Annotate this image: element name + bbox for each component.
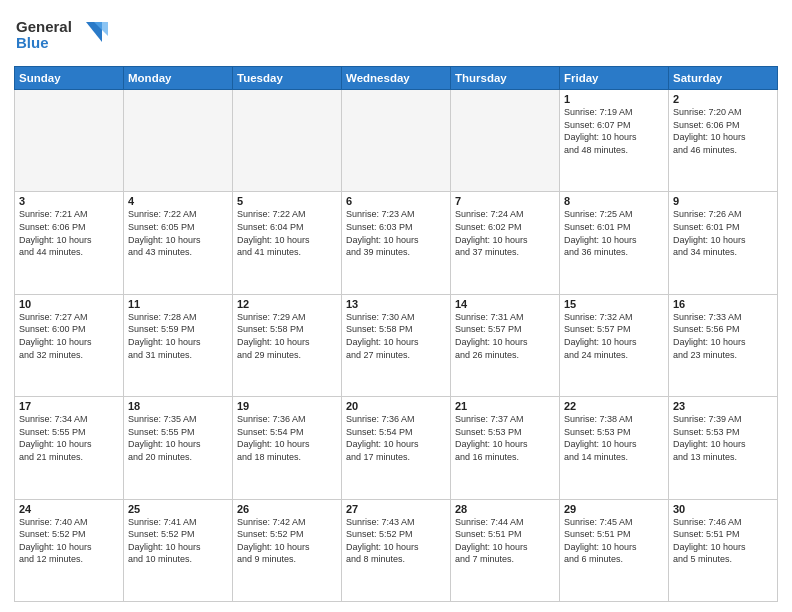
day-info: Sunrise: 7:31 AM Sunset: 5:57 PM Dayligh… — [455, 311, 555, 361]
day-number: 16 — [673, 298, 773, 310]
day-number: 2 — [673, 93, 773, 105]
day-info: Sunrise: 7:34 AM Sunset: 5:55 PM Dayligh… — [19, 413, 119, 463]
day-number: 5 — [237, 195, 337, 207]
calendar-cell: 3Sunrise: 7:21 AM Sunset: 6:06 PM Daylig… — [15, 192, 124, 294]
day-number: 22 — [564, 400, 664, 412]
calendar-header-row: SundayMondayTuesdayWednesdayThursdayFrid… — [15, 67, 778, 90]
day-number: 27 — [346, 503, 446, 515]
calendar-cell: 11Sunrise: 7:28 AM Sunset: 5:59 PM Dayli… — [124, 294, 233, 396]
day-number: 17 — [19, 400, 119, 412]
calendar-cell: 14Sunrise: 7:31 AM Sunset: 5:57 PM Dayli… — [451, 294, 560, 396]
calendar-cell: 9Sunrise: 7:26 AM Sunset: 6:01 PM Daylig… — [669, 192, 778, 294]
calendar-cell — [451, 90, 560, 192]
day-info: Sunrise: 7:43 AM Sunset: 5:52 PM Dayligh… — [346, 516, 446, 566]
day-number: 11 — [128, 298, 228, 310]
day-number: 12 — [237, 298, 337, 310]
calendar-cell: 25Sunrise: 7:41 AM Sunset: 5:52 PM Dayli… — [124, 499, 233, 601]
week-row-3: 17Sunrise: 7:34 AM Sunset: 5:55 PM Dayli… — [15, 397, 778, 499]
day-info: Sunrise: 7:44 AM Sunset: 5:51 PM Dayligh… — [455, 516, 555, 566]
day-info: Sunrise: 7:33 AM Sunset: 5:56 PM Dayligh… — [673, 311, 773, 361]
day-number: 4 — [128, 195, 228, 207]
calendar-cell: 30Sunrise: 7:46 AM Sunset: 5:51 PM Dayli… — [669, 499, 778, 601]
day-info: Sunrise: 7:26 AM Sunset: 6:01 PM Dayligh… — [673, 208, 773, 258]
day-info: Sunrise: 7:32 AM Sunset: 5:57 PM Dayligh… — [564, 311, 664, 361]
day-info: Sunrise: 7:42 AM Sunset: 5:52 PM Dayligh… — [237, 516, 337, 566]
day-number: 25 — [128, 503, 228, 515]
day-info: Sunrise: 7:45 AM Sunset: 5:51 PM Dayligh… — [564, 516, 664, 566]
calendar-cell: 22Sunrise: 7:38 AM Sunset: 5:53 PM Dayli… — [560, 397, 669, 499]
logo-icon: General Blue — [14, 14, 114, 56]
day-info: Sunrise: 7:39 AM Sunset: 5:53 PM Dayligh… — [673, 413, 773, 463]
logo-text: General Blue — [14, 14, 114, 60]
calendar-cell: 15Sunrise: 7:32 AM Sunset: 5:57 PM Dayli… — [560, 294, 669, 396]
col-header-wednesday: Wednesday — [342, 67, 451, 90]
day-info: Sunrise: 7:22 AM Sunset: 6:05 PM Dayligh… — [128, 208, 228, 258]
calendar-cell: 1Sunrise: 7:19 AM Sunset: 6:07 PM Daylig… — [560, 90, 669, 192]
calendar-cell: 28Sunrise: 7:44 AM Sunset: 5:51 PM Dayli… — [451, 499, 560, 601]
day-number: 21 — [455, 400, 555, 412]
day-info: Sunrise: 7:37 AM Sunset: 5:53 PM Dayligh… — [455, 413, 555, 463]
calendar-cell: 4Sunrise: 7:22 AM Sunset: 6:05 PM Daylig… — [124, 192, 233, 294]
day-info: Sunrise: 7:23 AM Sunset: 6:03 PM Dayligh… — [346, 208, 446, 258]
day-number: 9 — [673, 195, 773, 207]
day-number: 18 — [128, 400, 228, 412]
calendar-cell: 13Sunrise: 7:30 AM Sunset: 5:58 PM Dayli… — [342, 294, 451, 396]
day-number: 3 — [19, 195, 119, 207]
day-number: 6 — [346, 195, 446, 207]
day-number: 23 — [673, 400, 773, 412]
col-header-saturday: Saturday — [669, 67, 778, 90]
day-info: Sunrise: 7:27 AM Sunset: 6:00 PM Dayligh… — [19, 311, 119, 361]
day-info: Sunrise: 7:36 AM Sunset: 5:54 PM Dayligh… — [346, 413, 446, 463]
day-number: 30 — [673, 503, 773, 515]
page: General Blue SundayMondayTuesdayWednesda… — [0, 0, 792, 612]
day-number: 14 — [455, 298, 555, 310]
svg-text:General: General — [16, 18, 72, 35]
calendar-cell — [342, 90, 451, 192]
day-number: 24 — [19, 503, 119, 515]
week-row-4: 24Sunrise: 7:40 AM Sunset: 5:52 PM Dayli… — [15, 499, 778, 601]
col-header-monday: Monday — [124, 67, 233, 90]
week-row-0: 1Sunrise: 7:19 AM Sunset: 6:07 PM Daylig… — [15, 90, 778, 192]
calendar-cell: 2Sunrise: 7:20 AM Sunset: 6:06 PM Daylig… — [669, 90, 778, 192]
day-number: 19 — [237, 400, 337, 412]
calendar-cell: 29Sunrise: 7:45 AM Sunset: 5:51 PM Dayli… — [560, 499, 669, 601]
day-info: Sunrise: 7:24 AM Sunset: 6:02 PM Dayligh… — [455, 208, 555, 258]
week-row-1: 3Sunrise: 7:21 AM Sunset: 6:06 PM Daylig… — [15, 192, 778, 294]
col-header-friday: Friday — [560, 67, 669, 90]
calendar-cell: 23Sunrise: 7:39 AM Sunset: 5:53 PM Dayli… — [669, 397, 778, 499]
calendar-cell: 12Sunrise: 7:29 AM Sunset: 5:58 PM Dayli… — [233, 294, 342, 396]
day-info: Sunrise: 7:29 AM Sunset: 5:58 PM Dayligh… — [237, 311, 337, 361]
day-number: 10 — [19, 298, 119, 310]
day-number: 8 — [564, 195, 664, 207]
calendar-cell: 5Sunrise: 7:22 AM Sunset: 6:04 PM Daylig… — [233, 192, 342, 294]
day-number: 1 — [564, 93, 664, 105]
calendar-cell: 7Sunrise: 7:24 AM Sunset: 6:02 PM Daylig… — [451, 192, 560, 294]
day-info: Sunrise: 7:46 AM Sunset: 5:51 PM Dayligh… — [673, 516, 773, 566]
day-info: Sunrise: 7:19 AM Sunset: 6:07 PM Dayligh… — [564, 106, 664, 156]
calendar-cell — [233, 90, 342, 192]
col-header-thursday: Thursday — [451, 67, 560, 90]
week-row-2: 10Sunrise: 7:27 AM Sunset: 6:00 PM Dayli… — [15, 294, 778, 396]
calendar-cell: 6Sunrise: 7:23 AM Sunset: 6:03 PM Daylig… — [342, 192, 451, 294]
day-number: 26 — [237, 503, 337, 515]
day-number: 28 — [455, 503, 555, 515]
day-number: 7 — [455, 195, 555, 207]
col-header-tuesday: Tuesday — [233, 67, 342, 90]
day-info: Sunrise: 7:41 AM Sunset: 5:52 PM Dayligh… — [128, 516, 228, 566]
day-info: Sunrise: 7:30 AM Sunset: 5:58 PM Dayligh… — [346, 311, 446, 361]
calendar-cell: 24Sunrise: 7:40 AM Sunset: 5:52 PM Dayli… — [15, 499, 124, 601]
day-number: 13 — [346, 298, 446, 310]
day-info: Sunrise: 7:28 AM Sunset: 5:59 PM Dayligh… — [128, 311, 228, 361]
day-number: 15 — [564, 298, 664, 310]
calendar-cell — [124, 90, 233, 192]
day-info: Sunrise: 7:25 AM Sunset: 6:01 PM Dayligh… — [564, 208, 664, 258]
day-info: Sunrise: 7:40 AM Sunset: 5:52 PM Dayligh… — [19, 516, 119, 566]
calendar-cell: 21Sunrise: 7:37 AM Sunset: 5:53 PM Dayli… — [451, 397, 560, 499]
day-info: Sunrise: 7:22 AM Sunset: 6:04 PM Dayligh… — [237, 208, 337, 258]
day-info: Sunrise: 7:38 AM Sunset: 5:53 PM Dayligh… — [564, 413, 664, 463]
calendar-table: SundayMondayTuesdayWednesdayThursdayFrid… — [14, 66, 778, 602]
logo: General Blue — [14, 14, 114, 60]
calendar-cell: 16Sunrise: 7:33 AM Sunset: 5:56 PM Dayli… — [669, 294, 778, 396]
calendar-cell: 10Sunrise: 7:27 AM Sunset: 6:00 PM Dayli… — [15, 294, 124, 396]
calendar-cell: 26Sunrise: 7:42 AM Sunset: 5:52 PM Dayli… — [233, 499, 342, 601]
